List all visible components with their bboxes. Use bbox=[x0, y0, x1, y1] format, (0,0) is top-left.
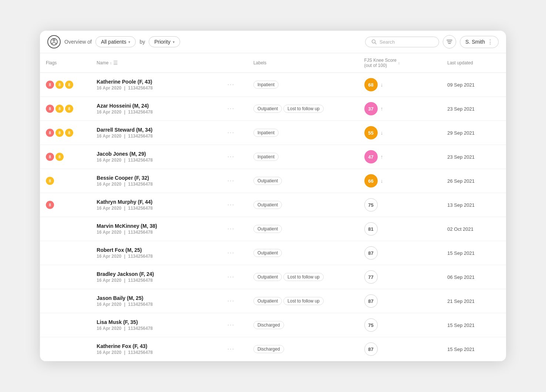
name-cell: Robert Fox (M, 25)16 Apr 2020 | 11342564… bbox=[91, 241, 220, 265]
patient-meta: 16 Apr 2020 | 1134256478 bbox=[97, 158, 214, 163]
patient-meta: 16 Apr 2020 | 1134256478 bbox=[97, 85, 214, 91]
table-row[interactable]: 888Katherine Poole (F, 43)16 Apr 2020 | … bbox=[40, 73, 506, 97]
label-chip: Outpatient bbox=[253, 249, 282, 257]
table-row[interactable]: 8Kathryn Murphy (F, 44)16 Apr 2020 | 113… bbox=[40, 193, 506, 217]
trend-icon: ↑ bbox=[381, 106, 383, 112]
col-fjs-score[interactable]: FJS Knee Score (out of 100) ↕ bbox=[358, 53, 442, 73]
label-chip: Lost to follow up bbox=[283, 297, 324, 305]
table-row[interactable]: 888Darrell Steward (M, 34)16 Apr 2020 | … bbox=[40, 121, 506, 145]
patient-name[interactable]: Lisa Musk (F, 35)16 Apr 2020 | 113425647… bbox=[97, 319, 214, 331]
row-actions-button[interactable]: ··· bbox=[226, 296, 242, 306]
score-badge: 47 bbox=[364, 150, 378, 163]
table-row[interactable]: Marvin McKinney (M, 38)16 Apr 2020 | 113… bbox=[40, 217, 506, 241]
patient-meta: 16 Apr 2020 | 1134256478 bbox=[97, 350, 214, 355]
table-row[interactable]: Robert Fox (M, 25)16 Apr 2020 | 11342564… bbox=[40, 241, 506, 265]
col-last-updated: Last updated bbox=[441, 53, 506, 73]
patient-meta: 16 Apr 2020 | 1134256478 bbox=[97, 109, 214, 115]
labels-cell: OutpatientLost to follow up bbox=[247, 289, 358, 313]
patient-name[interactable]: Jacob Jones (M, 29)16 Apr 2020 | 1134256… bbox=[97, 151, 214, 163]
score-badge: 75 bbox=[364, 198, 378, 212]
table-row[interactable]: Katherine Fox (F, 43)16 Apr 2020 | 11342… bbox=[40, 337, 506, 361]
name-sort-icon: ↕ bbox=[110, 61, 112, 65]
row-actions-button[interactable]: ··· bbox=[226, 128, 242, 138]
all-patients-dropdown[interactable]: All patients ▾ bbox=[95, 36, 136, 47]
name-cell: Katherine Poole (F, 43)16 Apr 2020 | 113… bbox=[91, 73, 220, 97]
last-updated-cell: 21 Sep 2021 bbox=[441, 289, 506, 313]
score-badge: 81 bbox=[364, 222, 378, 236]
patient-name[interactable]: Katherine Fox (F, 43)16 Apr 2020 | 11342… bbox=[97, 343, 214, 355]
table-body: 888Katherine Poole (F, 43)16 Apr 2020 | … bbox=[40, 73, 506, 361]
table-row[interactable]: Bradley Jackson (F, 24)16 Apr 2020 | 113… bbox=[40, 265, 506, 289]
row-actions-button[interactable]: ··· bbox=[226, 272, 242, 282]
row-actions-button[interactable]: ··· bbox=[226, 200, 242, 210]
column-menu-icon[interactable]: ☰ bbox=[113, 60, 118, 66]
score-sort-icon: ↕ bbox=[398, 61, 400, 65]
search-icon bbox=[371, 39, 377, 44]
flag-dot: 8 bbox=[46, 153, 54, 161]
label-chip: Outpatient bbox=[253, 177, 282, 185]
col-name[interactable]: Name ↕ ☰ bbox=[91, 53, 220, 73]
logo-icon bbox=[47, 35, 61, 48]
flags-cell: 888 bbox=[40, 73, 91, 97]
header: Overview of All patients ▾ by Priority ▾… bbox=[40, 31, 506, 53]
last-updated-cell: 23 Sep 2021 bbox=[441, 145, 506, 169]
user-menu-button[interactable]: S. Smith ⋮ bbox=[460, 36, 499, 48]
trend-icon: ↓ bbox=[381, 82, 383, 88]
patient-name[interactable]: Bessie Cooper (F, 32)16 Apr 2020 | 11342… bbox=[97, 175, 214, 187]
row-actions-button[interactable]: ··· bbox=[226, 248, 242, 258]
labels-cell: Outpatient bbox=[247, 169, 358, 193]
patient-name[interactable]: Azar Hosseini (M, 24)16 Apr 2020 | 11342… bbox=[97, 103, 214, 115]
score-cell: 47↑ bbox=[358, 145, 442, 169]
score-badge: 68 bbox=[364, 78, 378, 91]
row-actions-button[interactable]: ··· bbox=[226, 104, 242, 114]
row-actions-button[interactable]: ··· bbox=[226, 320, 242, 330]
row-actions-button[interactable]: ··· bbox=[226, 344, 242, 354]
patient-meta: 16 Apr 2020 | 1134256478 bbox=[97, 206, 214, 211]
col-actions bbox=[220, 53, 247, 73]
labels-cell: Inpatient bbox=[247, 73, 358, 97]
row-actions-button[interactable]: ··· bbox=[226, 176, 242, 186]
patient-name[interactable]: Marvin McKinney (M, 38)16 Apr 2020 | 113… bbox=[97, 223, 214, 235]
name-cell: Katherine Fox (F, 43)16 Apr 2020 | 11342… bbox=[91, 337, 220, 361]
filter-button[interactable] bbox=[443, 35, 456, 48]
search-box[interactable]: Search bbox=[365, 37, 439, 47]
label-chip: Outpatient bbox=[253, 225, 282, 233]
actions-cell: ··· bbox=[220, 265, 247, 289]
patient-name[interactable]: Jason Baily (M, 25)16 Apr 2020 | 1134256… bbox=[97, 295, 214, 307]
table-row[interactable]: 888Azar Hosseini (M, 24)16 Apr 2020 | 11… bbox=[40, 97, 506, 121]
row-actions-button[interactable]: ··· bbox=[226, 80, 242, 89]
actions-cell: ··· bbox=[220, 289, 247, 313]
patient-name[interactable]: Bradley Jackson (F, 24)16 Apr 2020 | 113… bbox=[97, 271, 214, 283]
search-placeholder: Search bbox=[380, 39, 395, 45]
name-cell: Jacob Jones (M, 29)16 Apr 2020 | 1134256… bbox=[91, 145, 220, 169]
flags-cell: 8 bbox=[40, 169, 91, 193]
patient-meta: 16 Apr 2020 | 1134256478 bbox=[97, 302, 214, 307]
table-header-row: Flags Name ↕ ☰ Labels bbox=[40, 53, 506, 73]
header-right: Search S. Smith ⋮ bbox=[365, 35, 499, 48]
patient-name[interactable]: Katherine Poole (F, 43)16 Apr 2020 | 113… bbox=[97, 79, 214, 91]
actions-cell: ··· bbox=[220, 145, 247, 169]
actions-cell: ··· bbox=[220, 217, 247, 241]
col-labels: Labels bbox=[247, 53, 358, 73]
score-badge: 87 bbox=[364, 342, 378, 356]
last-updated-cell: 26 Sep 2021 bbox=[441, 169, 506, 193]
row-actions-button[interactable]: ··· bbox=[226, 152, 242, 162]
patient-meta: 16 Apr 2020 | 1134256478 bbox=[97, 134, 214, 139]
labels-cell: OutpatientLost to follow up bbox=[247, 265, 358, 289]
name-cell: Kathryn Murphy (F, 44)16 Apr 2020 | 1134… bbox=[91, 193, 220, 217]
app-window: Overview of All patients ▾ by Priority ▾… bbox=[40, 31, 506, 361]
score-badge: 87 bbox=[364, 246, 378, 260]
flags-cell bbox=[40, 313, 91, 337]
table-row[interactable]: Jason Baily (M, 25)16 Apr 2020 | 1134256… bbox=[40, 289, 506, 313]
table-row[interactable]: 88Jacob Jones (M, 29)16 Apr 2020 | 11342… bbox=[40, 145, 506, 169]
label-chip: Outpatient bbox=[253, 105, 282, 113]
priority-dropdown[interactable]: Priority ▾ bbox=[149, 36, 180, 47]
patient-name[interactable]: Kathryn Murphy (F, 44)16 Apr 2020 | 1134… bbox=[97, 199, 214, 211]
last-updated-cell: 15 Sep 2021 bbox=[441, 313, 506, 337]
patient-name[interactable]: Robert Fox (M, 25)16 Apr 2020 | 11342564… bbox=[97, 247, 214, 259]
patient-name[interactable]: Darrell Steward (M, 34)16 Apr 2020 | 113… bbox=[97, 127, 214, 139]
table-row[interactable]: 8Bessie Cooper (F, 32)16 Apr 2020 | 1134… bbox=[40, 169, 506, 193]
row-actions-button[interactable]: ··· bbox=[226, 224, 242, 234]
score-cell: 37↑ bbox=[358, 97, 442, 121]
table-row[interactable]: Lisa Musk (F, 35)16 Apr 2020 | 113425647… bbox=[40, 313, 506, 337]
